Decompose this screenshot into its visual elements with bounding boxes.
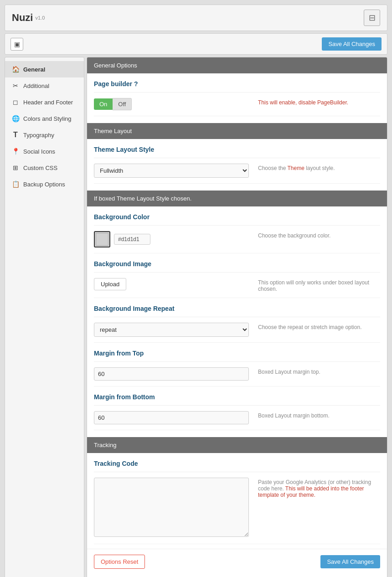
sidebar-label-additional: Additional	[23, 82, 49, 89]
settings-icon[interactable]: ⊟	[364, 10, 380, 26]
tracking-code-control	[94, 478, 249, 538]
sidebar-item-general[interactable]: 🏠 General	[5, 61, 84, 77]
bg-color-control	[94, 231, 249, 247]
sidebar-label-colors-styling: Colors and Styling	[23, 115, 72, 122]
theme-layout-style-control: Fullwidth Boxed	[94, 164, 249, 178]
tracking-header: Tracking	[87, 437, 387, 453]
bg-image-title: Background Image	[94, 253, 380, 273]
bg-repeat-select[interactable]: repeat no-repeat stretch	[94, 323, 249, 337]
sidebar: 🏠 General ✂ Additional ◻ Header and Foot…	[5, 57, 84, 577]
color-swatch[interactable]	[94, 231, 110, 247]
bg-color-row: Choose the background color.	[94, 226, 380, 253]
tracking-code-title: Tracking Code	[94, 453, 380, 472]
color-picker-group	[94, 231, 249, 247]
margin-bottom-title: Margin from Bottom	[94, 386, 380, 406]
upload-button[interactable]: Upload	[94, 278, 126, 290]
bg-image-control: Upload	[94, 278, 249, 290]
colors-icon: 🌐	[11, 114, 20, 123]
page-builder-row: On Off This will enable, disable PageBui…	[94, 93, 380, 116]
theme-layout-style-row: Fullwidth Boxed Choose the Theme layout …	[94, 158, 380, 184]
main-layout: 🏠 General ✂ Additional ◻ Header and Foot…	[5, 57, 387, 577]
page-builder-control: On Off	[94, 98, 249, 110]
general-options-section: Page builder ? On Off This will enable, …	[87, 73, 387, 116]
additional-icon: ✂	[11, 82, 20, 90]
toggle-off-button[interactable]: Off	[113, 98, 132, 110]
save-all-button-bottom[interactable]: Save All Changes	[320, 555, 380, 568]
bg-repeat-title: Background Image Repeat	[94, 298, 380, 317]
margin-bottom-input[interactable]	[94, 411, 249, 424]
tracking-code-row: Paste your Google Analytics (or other) t…	[94, 472, 380, 544]
sidebar-item-custom-css[interactable]: ⊞ Custom CSS	[5, 160, 84, 176]
color-hex-input[interactable]	[114, 234, 150, 245]
toolbar: ▣ Save All Changes	[5, 33, 387, 55]
theme-layout-header: Theme Layout	[87, 123, 387, 139]
margin-top-title: Margin from Top	[94, 343, 380, 362]
boxed-header: If boxed Theme Layout Style chosen.	[87, 191, 387, 206]
margin-top-hint: Boxed Layout margin top.	[258, 367, 380, 375]
options-reset-button[interactable]: Options Reset	[94, 555, 145, 569]
sidebar-item-colors-styling[interactable]: 🌐 Colors and Styling	[5, 110, 84, 127]
top-bar: Nuzi v1.0 ⊟	[5, 5, 387, 31]
header-footer-icon: ◻	[11, 98, 20, 106]
sidebar-item-header-footer[interactable]: ◻ Header and Footer	[5, 94, 84, 110]
tracking-code-textarea[interactable]	[94, 478, 249, 537]
toggle-on-button[interactable]: On	[94, 98, 113, 110]
sidebar-label-typography: Typography	[23, 132, 54, 139]
save-all-button-top[interactable]: Save All Changes	[322, 37, 382, 51]
bg-repeat-hint: Choose the repeat or stretch image optio…	[258, 323, 380, 330]
theme-layout-select[interactable]: Fullwidth Boxed	[94, 164, 249, 178]
sidebar-label-header-footer: Header and Footer	[23, 99, 73, 106]
page-icon: ▣	[10, 38, 23, 51]
typography-icon: T	[11, 131, 20, 139]
bg-color-hint: Choose the background color.	[258, 231, 380, 239]
content-area: General Options Page builder ? On Off Th…	[87, 57, 387, 577]
boxed-options-section: Background Color Choose the background c…	[87, 206, 387, 430]
sidebar-label-social-icons: Social Icons	[23, 148, 55, 155]
margin-bottom-row: Boxed Layout margin bottom.	[94, 406, 380, 430]
margin-top-control	[94, 367, 249, 381]
tracking-hint-link: This will be added into the footer templ…	[258, 485, 364, 498]
bottom-bar: Options Reset Save All Changes	[87, 549, 387, 574]
sidebar-item-typography[interactable]: T Typography	[5, 127, 84, 143]
bg-repeat-control: repeat no-repeat stretch	[94, 323, 249, 337]
sidebar-label-backup-options: Backup Options	[23, 181, 65, 188]
margin-top-input[interactable]	[94, 367, 249, 381]
margin-bottom-control	[94, 411, 249, 424]
general-options-header: General Options	[87, 57, 387, 73]
bg-repeat-row: repeat no-repeat stretch Choose the repe…	[94, 317, 380, 343]
backup-icon: 📋	[11, 180, 20, 188]
app-version: v1.0	[35, 15, 45, 21]
general-icon: 🏠	[11, 65, 20, 73]
bg-image-row: Upload This option will only works under…	[94, 273, 380, 298]
page-builder-hint: This will enable, disable PageBuilder.	[258, 98, 380, 106]
sidebar-item-additional[interactable]: ✂ Additional	[5, 77, 84, 94]
color-swatch-inner	[96, 233, 108, 246]
app-title: Nuzi	[12, 12, 33, 24]
sidebar-item-backup-options[interactable]: 📋 Backup Options	[5, 176, 84, 192]
sidebar-item-social-icons[interactable]: 📍 Social Icons	[5, 143, 84, 160]
tracking-code-hint: Paste your Google Analytics (or other) t…	[258, 478, 380, 498]
theme-layout-style-title: Theme Layout Style	[94, 139, 380, 158]
custom-css-icon: ⊞	[11, 164, 20, 172]
toggle-group: On Off	[94, 98, 249, 110]
margin-bottom-hint: Boxed Layout margin bottom.	[258, 411, 380, 419]
theme-layout-hint: Choose the Theme layout style.	[258, 164, 380, 171]
social-icon: 📍	[11, 147, 20, 155]
tracking-section: Tracking Code Paste your Google Analytic…	[87, 453, 387, 544]
page-builder-title: Page builder ?	[94, 73, 380, 93]
bg-color-title: Background Color	[94, 206, 380, 226]
sidebar-label-custom-css: Custom CSS	[23, 165, 57, 171]
margin-top-row: Boxed Layout margin top.	[94, 362, 380, 386]
theme-layout-section: Theme Layout Style Fullwidth Boxed Choos…	[87, 139, 387, 184]
bg-image-hint: This option will only works under boxed …	[258, 278, 380, 292]
theme-layout-hint-link: Theme	[288, 165, 304, 171]
sidebar-label-general: General	[23, 66, 45, 73]
